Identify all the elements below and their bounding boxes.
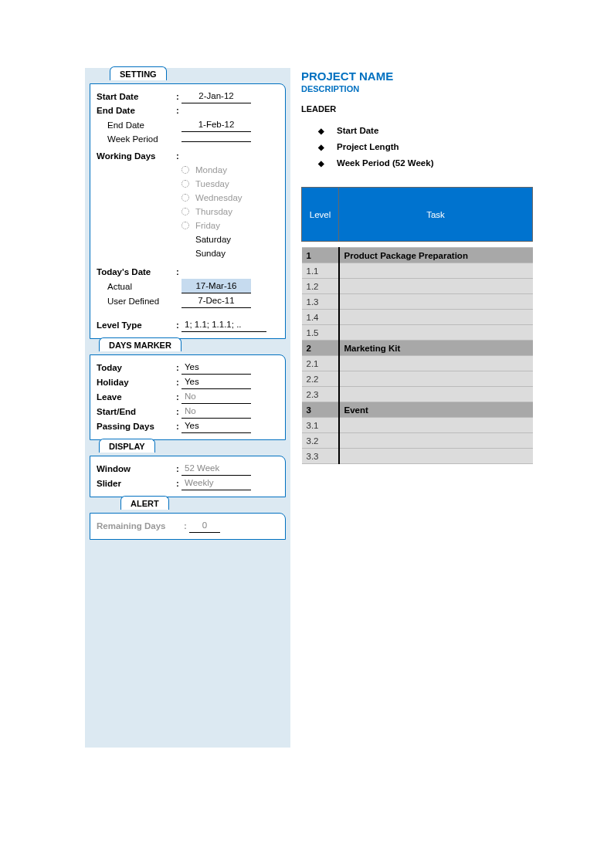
cell-level: 2 bbox=[302, 341, 339, 356]
workday-label: Tuesday bbox=[195, 177, 229, 191]
header-task: Task bbox=[339, 188, 533, 242]
cell-level: 2.3 bbox=[302, 387, 339, 402]
cell-task bbox=[339, 325, 533, 341]
value-holiday[interactable]: Yes bbox=[181, 375, 251, 389]
header-level: Level bbox=[302, 188, 339, 242]
table-row[interactable]: 3.1 bbox=[302, 418, 533, 433]
cell-task bbox=[339, 279, 533, 294]
radio-icon bbox=[181, 194, 189, 202]
cell-level: 2.2 bbox=[302, 371, 339, 387]
label-todays-date: Today's Date bbox=[97, 265, 174, 279]
radio-icon bbox=[181, 166, 189, 174]
cell-task: Marketing Kit bbox=[339, 341, 533, 356]
value-window[interactable]: 52 Week bbox=[181, 461, 251, 476]
workday-label: Sunday bbox=[195, 246, 226, 260]
label-working-days: Working Days bbox=[97, 149, 174, 163]
workday-sunday[interactable]: Sunday bbox=[97, 246, 279, 260]
value-remaining-days[interactable]: 0 bbox=[189, 518, 220, 533]
workday-wednesday[interactable]: Wednesday bbox=[97, 191, 279, 205]
workday-label: Friday bbox=[195, 219, 220, 232]
workday-friday[interactable]: Friday bbox=[97, 219, 279, 232]
value-start-end[interactable]: No bbox=[181, 404, 251, 419]
list-item: Start Date bbox=[318, 123, 533, 139]
workday-saturday[interactable]: Saturday bbox=[97, 232, 279, 246]
workday-label: Wednesday bbox=[195, 191, 243, 205]
project-name: PROJECT NAME bbox=[301, 70, 533, 83]
value-user-defined-date[interactable]: 7-Dec-11 bbox=[181, 293, 251, 308]
value-start-date[interactable]: 2-Jan-12 bbox=[181, 89, 251, 103]
workday-monday[interactable]: Monday bbox=[97, 163, 279, 177]
tab-display[interactable]: DISPLAY bbox=[99, 439, 155, 453]
settings-sidebar: SETTING Start Date : 2-Jan-12 End Date :… bbox=[85, 68, 290, 748]
label-passing-days: Passing Days bbox=[97, 419, 174, 433]
value-leave[interactable]: No bbox=[181, 389, 251, 404]
table-row[interactable]: 2.3 bbox=[302, 387, 533, 402]
section-days-marker: Today:Yes Holiday:Yes Leave:No Start/End… bbox=[90, 354, 286, 440]
table-row[interactable]: 1.5 bbox=[302, 325, 533, 341]
cell-level: 3.2 bbox=[302, 433, 339, 449]
cell-task: Event bbox=[339, 402, 533, 418]
table-row[interactable]: 2.2 bbox=[302, 371, 533, 387]
table-row[interactable]: 1.2 bbox=[302, 279, 533, 294]
label-end-date: End Date bbox=[97, 103, 174, 117]
cell-level: 1.4 bbox=[302, 310, 339, 325]
list-item: Week Period (52 Week) bbox=[318, 155, 533, 171]
label-holiday: Holiday bbox=[97, 375, 174, 389]
project-description: DESCRIPTION bbox=[301, 84, 533, 93]
cell-level: 1.5 bbox=[302, 325, 339, 341]
cell-task bbox=[339, 433, 533, 449]
label-level-type: Level Type bbox=[97, 318, 174, 332]
label-remaining-days: Remaining Days bbox=[97, 519, 181, 533]
label-window: Window bbox=[97, 462, 174, 476]
value-end-date[interactable]: 1-Feb-12 bbox=[181, 117, 251, 132]
label-end-date-sub: End Date bbox=[97, 118, 174, 132]
tab-days-marker[interactable]: DAYS MARKER bbox=[99, 337, 181, 351]
cell-level: 2.1 bbox=[302, 356, 339, 371]
label-today: Today bbox=[97, 361, 174, 375]
value-slider[interactable]: Weekly bbox=[181, 476, 251, 490]
table-row[interactable]: 1Product Package Preparation bbox=[302, 248, 533, 263]
cell-task bbox=[339, 387, 533, 402]
cell-task bbox=[339, 294, 533, 310]
table-row[interactable]: 3.3 bbox=[302, 449, 533, 464]
cell-level: 3 bbox=[302, 402, 339, 418]
workday-label: Thursday bbox=[195, 205, 232, 219]
workday-thursday[interactable]: Thursday bbox=[97, 205, 279, 219]
cell-task bbox=[339, 371, 533, 387]
cell-level: 1 bbox=[302, 248, 339, 263]
cell-level: 3.3 bbox=[302, 449, 339, 464]
label-leave: Leave bbox=[97, 390, 174, 404]
label-actual: Actual bbox=[97, 280, 174, 293]
cell-task: Product Package Preparation bbox=[339, 248, 533, 263]
value-actual-date: 17-Mar-16 bbox=[181, 279, 251, 293]
label-slider: Slider bbox=[97, 476, 174, 490]
cell-task bbox=[339, 449, 533, 464]
workday-label: Saturday bbox=[195, 232, 231, 246]
project-facts-list: Start Date Project Length Week Period (5… bbox=[318, 123, 533, 171]
workday-label: Monday bbox=[195, 163, 227, 177]
task-table: Level Task 1Product Package Preparation1… bbox=[301, 187, 533, 464]
tab-setting[interactable]: SETTING bbox=[110, 66, 167, 80]
table-row[interactable]: 1.3 bbox=[302, 294, 533, 310]
value-week-period[interactable] bbox=[181, 141, 251, 142]
value-passing-days[interactable]: Yes bbox=[181, 419, 251, 433]
cell-task bbox=[339, 356, 533, 371]
tab-alert[interactable]: ALERT bbox=[120, 496, 169, 510]
cell-level: 1.1 bbox=[302, 263, 339, 279]
label-user-defined: User Defined bbox=[97, 294, 174, 308]
workday-tuesday[interactable]: Tuesday bbox=[97, 177, 279, 191]
project-leader: LEADER bbox=[301, 104, 533, 114]
cell-level: 3.1 bbox=[302, 418, 339, 433]
table-row[interactable]: 2Marketing Kit bbox=[302, 341, 533, 356]
table-row[interactable]: 1.4 bbox=[302, 310, 533, 325]
list-item: Project Length bbox=[318, 139, 533, 155]
section-display: Window:52 Week Slider:Weekly bbox=[90, 456, 286, 497]
table-row[interactable]: 1.1 bbox=[302, 263, 533, 279]
table-row[interactable]: 3.2 bbox=[302, 433, 533, 449]
section-alert: Remaining Days:0 bbox=[90, 513, 286, 540]
value-level-type[interactable]: 1; 1.1; 1.1.1; .. bbox=[181, 317, 266, 332]
cell-task bbox=[339, 310, 533, 325]
value-today[interactable]: Yes bbox=[181, 360, 251, 375]
table-row[interactable]: 2.1 bbox=[302, 356, 533, 371]
table-row[interactable]: 3Event bbox=[302, 402, 533, 418]
